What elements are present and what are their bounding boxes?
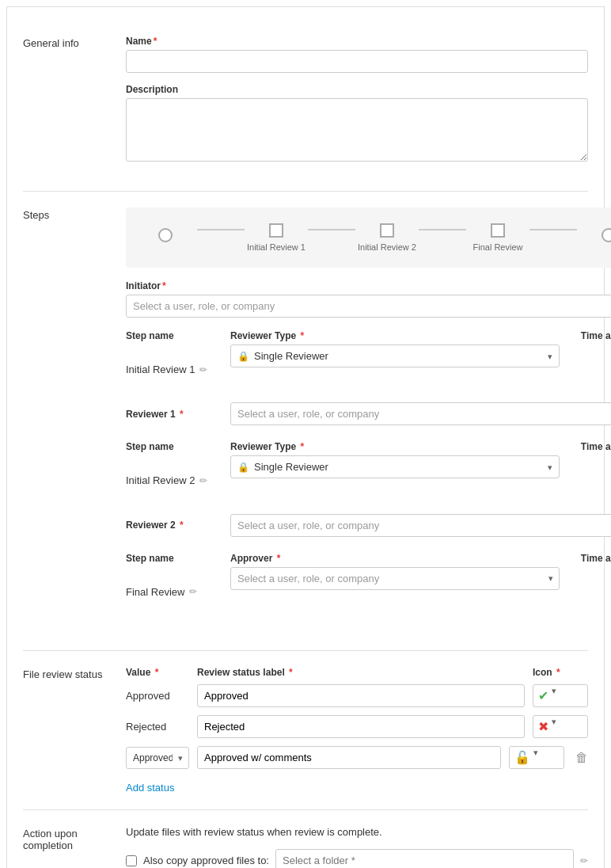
folder-select-wrapper <box>275 849 574 868</box>
reviewer-1-select-wrapper: Select a user, role, or company ▾ <box>230 402 611 425</box>
col-reviewer-type-header-1: Reviewer Type * <box>230 330 560 341</box>
step-initial-review-2-node: Initial Review 2 <box>355 223 419 252</box>
reviewer-type-arrow-icon-1: ▾ <box>548 351 552 361</box>
status-label-input-rejected[interactable] <box>197 715 525 738</box>
status-icon-select-comments[interactable]: 🔓 ▾ <box>509 746 564 769</box>
step-name-edit-icon-2[interactable]: ✏ <box>199 475 207 486</box>
step-line-4 <box>529 229 577 230</box>
sh-label-header: Review status label * <box>197 667 525 678</box>
folder-select-input[interactable] <box>275 849 574 868</box>
calendar-days-1: CalendarDay(s) <box>569 375 611 396</box>
reviewer-type-select-wrapper-2: 🔒 Single Reviewer ▾ <box>230 455 560 478</box>
step-line-1 <box>197 229 245 230</box>
file-review-status-label: File review status <box>23 667 126 794</box>
status-value-approved: Approved <box>126 690 189 702</box>
col-reviewer-type-header-2: Reviewer Type * <box>230 441 560 452</box>
step-name-value-3: Final Review ✏ <box>126 567 221 598</box>
steps-content: Initial Review 1 Initial Review 2 Final … <box>126 207 611 634</box>
col-time-allowed-header-1: Time allowed * <box>569 330 611 341</box>
status-row-approved-comments: Approved Rejected ▾ 🔓 ▾ 🗑 <box>126 746 588 769</box>
step-row-final-review: Step name Approver * Time allowed * Fina… <box>126 553 611 619</box>
step-end-circle <box>602 228 611 242</box>
status-label-input-approved[interactable] <box>197 684 525 707</box>
reviewer-type-select-2[interactable]: 🔒 Single Reviewer ▾ <box>230 455 560 478</box>
status-column-headers: Value * Review status label * Icon * <box>126 667 588 678</box>
step-start-node <box>134 228 197 247</box>
step-row-initial-review-1: Step name Reviewer Type * Time allowed *… <box>126 330 611 425</box>
status-icon-arrow-approved: ▾ <box>552 686 556 696</box>
sh-value-header: Value * <box>126 667 189 678</box>
reviewer-label-2: Reviewer 2 * <box>126 520 221 531</box>
reviewer-2-select-wrapper: Select a user, role, or company ▾ <box>230 514 611 537</box>
approved-check-icon: ✔ <box>538 688 548 703</box>
reviewer-type-select-wrapper-1: 🔒 Single Reviewer ▾ <box>230 345 560 367</box>
status-row-approved: Approved ✔ ▾ <box>126 684 588 707</box>
step-initial-review-1-square <box>269 223 283 238</box>
time-value-1: 3 ✏ <box>569 345 611 375</box>
file-review-status-content: Value * Review status label * Icon * App… <box>126 667 588 794</box>
col-step-name-header-1: Step name <box>126 330 221 341</box>
general-info-content: Name* Description <box>126 36 588 175</box>
sh-icon-header: Icon * <box>533 667 588 678</box>
calendar-days-2: CalendarDay(s) <box>569 486 611 507</box>
reviewer-type-select-1[interactable]: 🔒 Single Reviewer ▾ <box>230 345 560 367</box>
description-input[interactable] <box>126 98 588 162</box>
approver-select[interactable]: Select a user, role, or company <box>230 567 560 590</box>
step-initial-review-2-square <box>380 223 394 238</box>
time-value-2: 3 ✏ <box>569 455 611 486</box>
description-label: Description <box>126 84 588 95</box>
copy-approved-label: Also copy approved files to: <box>143 855 269 866</box>
step-initial-review-1-label: Initial Review 1 <box>245 242 308 252</box>
lock-icon-2: 🔒 <box>237 462 249 473</box>
initiator-select[interactable]: Select a user, role, or company <box>126 295 611 318</box>
step-name-edit-icon-3[interactable]: ✏ <box>189 586 197 597</box>
lock-icon-1: 🔒 <box>237 351 249 362</box>
step-final-review-node: Final Review <box>466 223 529 252</box>
col-approver-header-3: Approver * <box>230 553 560 564</box>
calendar-days-3: CalendarDay(s) <box>569 598 611 619</box>
folder-edit-icon[interactable]: ✏ <box>580 855 588 866</box>
steps-section: Steps Initial Review 1 Initial Review 2 <box>23 192 588 651</box>
status-icon-select-rejected[interactable]: ✖ ▾ <box>533 715 588 738</box>
step-initial-review-1-node: Initial Review 1 <box>245 223 308 252</box>
status-row-rejected: Rejected ✖ ▾ <box>126 715 588 738</box>
status-value-select[interactable]: Approved Rejected <box>126 747 189 769</box>
step-line-3 <box>419 229 466 230</box>
initiator-label: Initiator* <box>126 280 611 291</box>
add-status-link[interactable]: Add status <box>126 782 174 794</box>
col-time-allowed-header-2: Time allowed * <box>569 441 611 452</box>
delete-status-row-icon[interactable]: 🗑 <box>575 751 588 765</box>
reviewer-row-2: Reviewer 2 * Select a user, role, or com… <box>126 514 611 537</box>
status-icon-arrow-rejected: ▾ <box>552 717 556 727</box>
time-value-3: 3 ✏ <box>569 567 611 598</box>
step-final-review-label: Final Review <box>466 242 529 252</box>
status-icon-select-approved[interactable]: ✔ ▾ <box>533 684 588 707</box>
status-label-input-comments[interactable] <box>197 746 501 769</box>
name-label: Name* <box>126 36 588 47</box>
step-name-value-1: Initial Review 1 ✏ <box>126 345 221 375</box>
reviewer-1-select[interactable]: Select a user, role, or company <box>230 402 611 425</box>
general-info-label: General info <box>23 36 126 175</box>
step-final-review-square <box>491 223 505 238</box>
name-input[interactable] <box>126 50 588 73</box>
file-review-status-section: File review status Value * Review status… <box>23 651 588 810</box>
action-completion-label: Action upon completion <box>23 826 126 868</box>
status-icon-arrow-comments: ▾ <box>533 748 538 758</box>
status-value-rejected: Rejected <box>126 721 189 733</box>
step-name-edit-icon-1[interactable]: ✏ <box>199 364 207 375</box>
initiator-section: Initiator* Select a user, role, or compa… <box>126 280 611 318</box>
col-step-name-header-3: Step name <box>126 553 221 564</box>
copy-approved-checkbox[interactable] <box>126 855 137 866</box>
step-start-circle <box>158 228 173 242</box>
initiator-select-wrapper: Select a user, role, or company ▾ <box>126 295 611 318</box>
general-info-section: General info Name* Description <box>23 20 588 192</box>
action-completion-content: Update files with review status when rev… <box>126 826 588 868</box>
rejected-x-icon: ✖ <box>538 719 548 734</box>
action-completion-description: Update files with review status when rev… <box>126 826 588 838</box>
steps-diagram: Initial Review 1 Initial Review 2 Final … <box>126 207 611 268</box>
steps-label: Steps <box>23 207 126 634</box>
reviewer-2-select[interactable]: Select a user, role, or company <box>230 514 611 537</box>
step-row-initial-review-2: Step name Reviewer Type * Time allowed *… <box>126 441 611 536</box>
step-end-node <box>577 228 611 247</box>
col-time-allowed-header-3: Time allowed * <box>569 553 611 564</box>
